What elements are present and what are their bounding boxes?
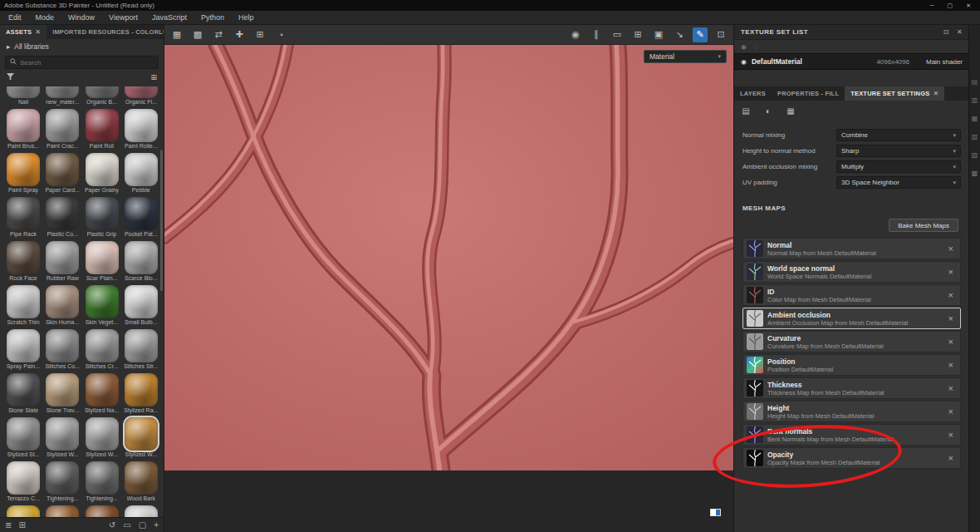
tab-assets[interactable]: ASSETS ✕: [0, 25, 47, 39]
material-item[interactable]: Stone Slate: [5, 373, 42, 415]
material-item[interactable]: Paint Crac...: [44, 109, 81, 150]
setting-dropdown[interactable]: Sharp▾: [836, 145, 961, 157]
fullscreen-icon[interactable]: ▢: [139, 520, 146, 530]
tab-texture-set-settings[interactable]: TEXTURE SET SETTINGS✕: [845, 86, 944, 101]
eye-off-icon[interactable]: ◌: [753, 43, 757, 51]
material-thumbnail[interactable]: [125, 461, 158, 495]
menu-javascript[interactable]: JavaScript: [152, 13, 187, 22]
log-panel-icon[interactable]: ▭: [610, 27, 625, 42]
display-settings-icon[interactable]: ◉: [568, 27, 583, 42]
material-item[interactable]: Terrazzo C...: [5, 461, 42, 503]
camera-icon[interactable]: ▣: [651, 27, 666, 42]
menu-window[interactable]: Window: [68, 13, 95, 22]
material-item[interactable]: Skin Veget...: [84, 285, 120, 327]
transform-gizmo-icon[interactable]: ✚: [232, 27, 247, 42]
material-thumbnail[interactable]: [86, 505, 119, 517]
stamp-tool-icon[interactable]: ⊡: [713, 27, 728, 42]
material-thumbnail[interactable]: [46, 329, 79, 362]
grid-snap-icon[interactable]: ⊞: [630, 27, 645, 42]
setting-dropdown[interactable]: Multiply▾: [836, 160, 961, 173]
material-item[interactable]: Nail: [5, 86, 42, 106]
material-thumbnail[interactable]: [7, 109, 40, 142]
material-item[interactable]: Scratch Thin: [5, 285, 42, 327]
material-thumbnail[interactable]: [125, 285, 158, 318]
uv-view-icon[interactable]: ▩: [190, 27, 205, 42]
material-item[interactable]: Paint Spray: [5, 153, 42, 195]
remove-mesh-map-button[interactable]: ×: [945, 244, 957, 254]
docked-panel-icon[interactable]: ▨: [972, 151, 978, 159]
scrollbar[interactable]: [160, 150, 163, 291]
material-item[interactable]: new_mater...: [44, 86, 81, 106]
remove-mesh-map-button[interactable]: ×: [945, 430, 957, 440]
docked-panel-icon[interactable]: ▧: [972, 133, 978, 140]
remove-mesh-map-button[interactable]: ×: [945, 267, 957, 277]
remove-mesh-map-button[interactable]: ×: [945, 453, 957, 463]
material-thumbnail[interactable]: [86, 461, 119, 495]
material-thumbnail[interactable]: [46, 241, 79, 274]
material-item[interactable]: Tightening...: [84, 461, 120, 503]
uv-checker-icon[interactable]: ▦: [784, 104, 797, 117]
mesh-map-card[interactable]: Ambient occlusionAmbient Occlusion Map f…: [742, 308, 961, 329]
filter-icon[interactable]: [7, 73, 14, 82]
mesh-map-card[interactable]: HeightHeight Map from Mesh DefaultMateri…: [742, 401, 961, 422]
material-item[interactable]: Skin Huma...: [44, 285, 81, 327]
material-item[interactable]: Paint Rolle...: [123, 109, 159, 150]
material-item[interactable]: Stitches Co...: [44, 329, 81, 371]
menu-help[interactable]: Help: [238, 13, 254, 22]
float-panel-icon[interactable]: ⊡: [943, 28, 949, 36]
material-item[interactable]: Scar Plain...: [84, 241, 120, 283]
remove-mesh-map-button[interactable]: ×: [945, 406, 957, 416]
letterbox-icon[interactable]: ▭: [123, 520, 130, 530]
material-thumbnail[interactable]: [86, 86, 119, 98]
grid-layout-icon[interactable]: ⊞: [150, 73, 157, 81]
material-thumbnail[interactable]: [7, 417, 40, 451]
menu-mode[interactable]: Mode: [36, 13, 55, 22]
material-thumbnail[interactable]: [125, 109, 158, 142]
close-tab-icon[interactable]: ✕: [933, 90, 938, 97]
mesh-map-card[interactable]: NormalNormal Map from Mesh DefaultMateri…: [742, 238, 961, 259]
docked-panel-icon[interactable]: ▦: [972, 115, 978, 122]
material-thumbnail[interactable]: [86, 329, 119, 362]
paint-bucket-icon[interactable]: ▤: [739, 104, 752, 117]
mesh-map-card[interactable]: World space normalWorld Space Normals De…: [742, 261, 961, 283]
remove-mesh-map-button[interactable]: ×: [945, 360, 957, 370]
remove-mesh-map-button[interactable]: ×: [945, 337, 957, 347]
material-item[interactable]: Organic B...: [84, 86, 120, 106]
close-button[interactable]: ✕: [966, 2, 971, 9]
texture-set-row[interactable]: ◉ DefaultMaterial 4096x4096 Main shader: [734, 53, 969, 70]
material-item[interactable]: Wood Bark: [123, 461, 159, 503]
material-thumbnail[interactable]: [7, 505, 40, 517]
material-item[interactable]: Stitches Str...: [123, 329, 159, 371]
close-panel-icon[interactable]: ✕: [957, 28, 963, 36]
material-item[interactable]: Small Bulb...: [123, 285, 159, 327]
setting-dropdown[interactable]: 3D Space Neighbor▾: [836, 176, 961, 189]
material-item[interactable]: Stylized Ra...: [123, 373, 159, 415]
material-mode-dropdown[interactable]: Material ▾: [644, 50, 727, 63]
material-item[interactable]: Stylized W...: [84, 417, 120, 459]
material-thumbnail[interactable]: [7, 86, 40, 98]
material-thumbnail[interactable]: [7, 153, 40, 186]
menu-python[interactable]: Python: [201, 13, 224, 22]
material-item[interactable]: Tightening...: [44, 461, 81, 503]
material-thumbnail[interactable]: [46, 109, 79, 142]
material-item[interactable]: Rubber Raw: [44, 241, 81, 283]
remove-mesh-map-button[interactable]: ×: [945, 383, 957, 393]
material-thumbnail[interactable]: [86, 241, 119, 274]
material-thumbnail[interactable]: [46, 153, 79, 186]
material-thumbnail[interactable]: [125, 197, 158, 230]
docked-panel-icon[interactable]: ▩: [972, 170, 978, 177]
docked-panel-icon[interactable]: ▤: [972, 78, 978, 86]
minimize-button[interactable]: ─: [930, 2, 934, 9]
search-input[interactable]: [20, 59, 154, 66]
material-thumbnail[interactable]: [125, 329, 158, 362]
material-sphere-icon[interactable]: ◐: [762, 104, 775, 117]
screenshot-icon[interactable]: ↘: [672, 27, 687, 42]
material-item[interactable]: Plastic Co...: [44, 197, 81, 239]
material-thumbnail[interactable]: [125, 505, 158, 517]
library-selector[interactable]: ▸ All libraries: [0, 39, 164, 54]
material-thumbnail[interactable]: [46, 373, 79, 406]
material-thumbnail[interactable]: [86, 197, 119, 230]
materials-scroll-area[interactable]: Nailnew_mater...Organic B...Organic Fl..…: [0, 86, 164, 517]
material-item[interactable]: Paper Card...: [44, 153, 81, 195]
search-box[interactable]: [5, 56, 159, 69]
